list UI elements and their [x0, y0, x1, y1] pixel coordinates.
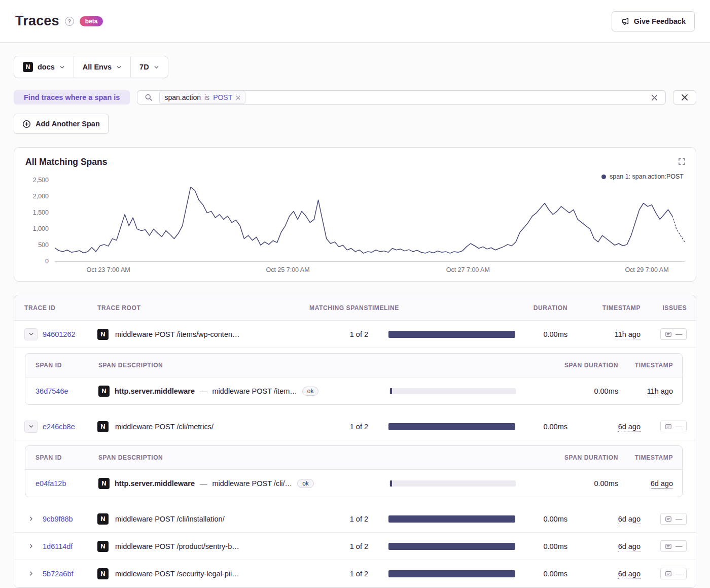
span-row[interactable]: 36d7546e N http.server.middleware — midd…: [25, 377, 682, 404]
project-platform-icon: N: [97, 421, 109, 432]
span-sub-table: Span ID Span Description Span Duration T…: [25, 353, 683, 405]
column-header: Span Duration: [528, 362, 618, 369]
trace-timeline: [368, 515, 528, 523]
issues-badge[interactable]: —: [660, 568, 687, 579]
trace-timestamp[interactable]: 6d ago: [567, 423, 641, 431]
column-header: Matching Spans: [292, 304, 368, 312]
spans-line-chart[interactable]: [55, 181, 685, 262]
y-tick-label: 1,500: [33, 209, 49, 216]
collapse-trace-button[interactable]: [24, 328, 38, 340]
project-selector[interactable]: N docs: [14, 56, 74, 78]
expand-trace-button[interactable]: [24, 540, 38, 552]
project-platform-icon: N: [98, 386, 110, 397]
token-remove-icon[interactable]: [236, 95, 240, 100]
project-platform-icon: N: [97, 568, 109, 579]
trace-timeline: [368, 570, 528, 577]
span-id-link[interactable]: 36d7546e: [36, 387, 68, 395]
column-header: Span ID: [36, 362, 98, 369]
issues-badge[interactable]: —: [660, 328, 687, 340]
issues-icon: [665, 543, 672, 550]
chevron-down-icon: [154, 64, 159, 70]
trace-root: N middleware POST /security-legal-pii…: [97, 568, 292, 579]
trace-timeline: [368, 423, 528, 430]
column-header: Timestamp: [618, 454, 673, 461]
x-tick-label: Oct 23 7:00 AM: [86, 266, 130, 273]
chart-y-axis: 2,5002,0001,5001,0005000: [25, 181, 55, 262]
trace-id-link[interactable]: e246cb8e: [43, 423, 75, 431]
span-duration: 0.00ms: [528, 479, 618, 488]
trace-id-link[interactable]: 9cb9f88b: [43, 515, 73, 523]
trace-id-link[interactable]: 94601262: [43, 330, 76, 338]
trace-duration: 0.00ms: [528, 570, 567, 578]
span-timeline: [379, 480, 528, 487]
add-another-span-button[interactable]: Add Another Span: [14, 114, 109, 134]
chart-legend: span 1: span.action:POST: [601, 173, 684, 180]
expand-trace-button[interactable]: [24, 513, 38, 525]
column-header: Timeline: [368, 304, 528, 312]
span-duration: 0.00ms: [528, 387, 618, 395]
trace-id-link[interactable]: 5b72a6bf: [43, 570, 73, 578]
span-description: N http.server.middleware — middleware PO…: [98, 386, 379, 397]
column-header: Span Description: [98, 454, 379, 461]
trace-timestamp[interactable]: 6d ago: [567, 570, 641, 578]
environment-selector[interactable]: All Envs: [74, 56, 130, 78]
search-clear-icon[interactable]: [651, 94, 658, 101]
chevron-down-icon: [28, 424, 34, 429]
trace-timestamp[interactable]: 6d ago: [567, 515, 641, 523]
chevron-right-icon: [28, 516, 34, 522]
y-tick-label: 1,000: [33, 225, 49, 232]
span-row[interactable]: e04fa12b N http.server.middleware — midd…: [25, 469, 682, 497]
span-status-badge: ok: [302, 387, 319, 396]
plus-circle-icon: [22, 120, 31, 128]
give-feedback-button[interactable]: Give Feedback: [612, 11, 695, 31]
span-table-header-row: Span ID Span Description Span Duration T…: [25, 354, 682, 377]
remove-span-query-button[interactable]: [673, 90, 696, 105]
collapse-trace-button[interactable]: [24, 421, 38, 433]
chart-x-axis: Oct 23 7:00 AMOct 25 7:00 AMOct 27 7:00 …: [55, 262, 685, 276]
trace-duration: 0.00ms: [528, 423, 567, 431]
y-tick-label: 500: [38, 241, 49, 249]
matching-spans-count: 1 of 2: [292, 330, 368, 338]
issues-badge[interactable]: —: [660, 540, 687, 552]
help-icon[interactable]: ?: [65, 17, 74, 26]
span-id-link[interactable]: e04fa12b: [36, 479, 66, 488]
chevron-right-icon: [28, 571, 34, 576]
project-platform-icon: N: [98, 478, 110, 489]
table-header-row: Trace IDTrace RootMatching SpansTimeline…: [14, 295, 696, 321]
column-header: Timestamp: [618, 362, 673, 369]
trace-root: N middleware POST /product/sentry-b…: [97, 541, 292, 552]
trace-timestamp[interactable]: 11h ago: [567, 330, 641, 338]
trace-row[interactable]: 9cb9f88b N middleware POST /cli/installa…: [14, 505, 696, 533]
search-filter-token[interactable]: span.action is POST: [159, 91, 245, 104]
chevron-down-icon: [116, 64, 122, 70]
project-platform-icon: N: [97, 329, 109, 340]
column-header: Issues: [641, 304, 687, 312]
span-timestamp[interactable]: 6d ago: [618, 479, 673, 488]
column-header: Timestamp: [567, 304, 641, 312]
matching-spans-count: 1 of 2: [292, 515, 368, 523]
trace-row[interactable]: 5b72a6bf N middleware POST /security-leg…: [14, 560, 696, 587]
project-platform-icon: N: [97, 541, 109, 552]
span-timeline: [379, 388, 528, 394]
issues-icon: [665, 515, 672, 523]
find-traces-label: Find traces where a span is: [14, 90, 130, 105]
issues-icon: [665, 423, 672, 430]
trace-timestamp[interactable]: 6d ago: [567, 542, 641, 550]
trace-row[interactable]: 94601262 N middleware POST /items/wp-con…: [14, 321, 696, 348]
fullscreen-icon[interactable]: [676, 156, 688, 169]
project-platform-icon: N: [23, 62, 33, 72]
expand-trace-button[interactable]: [24, 568, 38, 580]
trace-id-link[interactable]: 1d6114df: [43, 542, 73, 550]
issues-badge[interactable]: —: [660, 513, 687, 525]
date-range-selector[interactable]: 7D: [130, 56, 168, 78]
trace-row[interactable]: e246cb8e N middleware POST /cli/metrics/…: [14, 413, 696, 440]
matching-spans-count: 1 of 2: [292, 423, 368, 431]
trace-row[interactable]: 1d6114df N middleware POST /product/sent…: [14, 533, 696, 560]
x-tick-label: Oct 25 7:00 AM: [266, 266, 309, 273]
column-header: Trace Root: [97, 304, 292, 312]
span-search-input[interactable]: span.action is POST: [137, 90, 666, 105]
trace-root: N middleware POST /cli/metrics/: [97, 421, 292, 432]
issues-badge[interactable]: —: [660, 421, 687, 432]
span-timestamp[interactable]: 11h ago: [618, 387, 673, 395]
traces-table: Trace IDTrace RootMatching SpansTimeline…: [14, 295, 696, 588]
